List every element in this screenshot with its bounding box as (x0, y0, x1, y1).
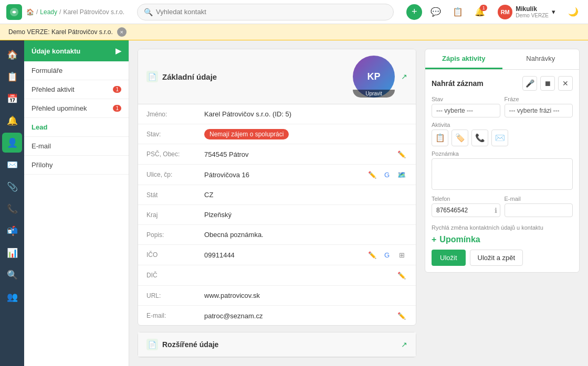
field-label-jmeno: Jméno: (146, 111, 204, 118)
stop-button[interactable]: ⏹ (540, 76, 555, 91)
edit-ico-button[interactable]: ✏️ (366, 249, 378, 261)
section-rozsirene-header: 📄 Rozšířené údaje ↗ (138, 332, 416, 357)
map-ulice-button[interactable]: 🗺️ (396, 169, 407, 180)
record-form-header: Nahrát záznam 🎤 ⏹ ✕ (432, 76, 573, 91)
messages-button[interactable]: 💬 (427, 4, 444, 20)
field-value-url: www.patrovicov.sk (204, 292, 407, 299)
sidebar-item-mail[interactable]: 📬 (2, 221, 22, 241)
external-edit-icon[interactable]: ↗ (401, 72, 407, 81)
left-panel-aktivit-count: 1 (113, 86, 121, 93)
fraze-field: Fráze --- vyberte frázi --- (505, 96, 573, 117)
tab-zapis-aktivity[interactable]: Zápis aktivity (425, 49, 502, 69)
field-label-stat: Stát (146, 191, 204, 199)
telefon-input[interactable] (432, 203, 500, 217)
section-title-text: Rozšířené údaje (162, 340, 218, 349)
left-panel-item-prehled-aktivit[interactable]: Přehled aktivit 1 (24, 80, 129, 99)
save-button[interactable]: Uložit (432, 250, 466, 266)
left-panel-item-label: Přílohy (32, 161, 52, 169)
edit-psc-button[interactable]: ✏️ (396, 148, 407, 160)
sidebar-item-forms[interactable]: 📋 (2, 67, 22, 87)
activity-tag-button[interactable]: 🏷️ (452, 130, 468, 146)
add-button[interactable]: + (406, 4, 422, 20)
section-icon: 📄 (146, 339, 158, 350)
activity-note-button[interactable]: 📋 (432, 130, 448, 146)
activity-phone-button[interactable]: 📞 (471, 130, 488, 146)
aktivita-label: Aktivita (432, 122, 573, 128)
banner-close-button[interactable]: × (117, 27, 127, 37)
sidebar-item-team[interactable]: 👥 (2, 287, 22, 307)
activity-icons: 📋 🏷️ 📞 ✉️ (432, 130, 573, 146)
main-card-title-text: Základní údaje (162, 72, 217, 81)
stav-select[interactable]: --- vyberte --- (432, 104, 500, 117)
edit-dic-button[interactable]: ✏️ (396, 270, 407, 281)
sidebar-item-activity[interactable]: 📅 (2, 89, 22, 109)
ares-ico-button[interactable]: ⊞ (396, 249, 407, 261)
notifications-button[interactable]: 🔔 1 (471, 4, 488, 20)
user-menu[interactable]: RM Mikulík Demo VERZE ▾ (494, 3, 560, 21)
sidebar-item-reminders[interactable]: 🔔 (2, 111, 22, 131)
edit-ulice-button[interactable]: ✏️ (366, 169, 378, 180)
search-icon: 🔍 (144, 8, 153, 16)
field-label-kraj: Kraj (146, 211, 204, 219)
record-form-title-text: Nahrát záznam (432, 79, 484, 88)
field-popis: Popis: Obecná poznámka. (138, 225, 416, 245)
tab-nahravky[interactable]: Nahrávky (502, 49, 580, 69)
breadcrumb-leads[interactable]: Leady (40, 8, 57, 16)
poznamka-label: Poznámka (432, 150, 573, 157)
sidebar-item-home[interactable]: 🏠 (2, 45, 22, 64)
theme-toggle[interactable]: 🌙 (565, 4, 582, 20)
plus-icon: + (432, 235, 436, 244)
activity-email-button[interactable]: ✉️ (491, 130, 508, 146)
email-input[interactable] (505, 203, 573, 217)
save-back-button[interactable]: Uložit a zpět (470, 250, 523, 266)
google-ico-button[interactable]: G (381, 249, 393, 261)
field-value-ulice: Pátrovičova 16 (204, 171, 366, 179)
breadcrumb-current: Karel Pátrovičov s.r.o. (63, 8, 124, 16)
left-panel-item-prehled-upominek[interactable]: Přehled upomínek 1 (24, 99, 129, 118)
left-panel-item-email[interactable]: E-mail (24, 137, 129, 156)
add-reminder-button[interactable]: + Upomínka (432, 235, 573, 244)
left-panel-item-prilohy[interactable]: Přílohy (24, 156, 129, 175)
telefon-input-wrapper: ℹ (432, 203, 500, 217)
stav-label: Stav (432, 96, 500, 102)
edit-email-button[interactable]: ✏️ (396, 310, 407, 321)
search-input[interactable] (156, 8, 387, 16)
telefon-form-label: Telefon (432, 196, 500, 202)
section-external-icon[interactable]: ↗ (401, 340, 407, 349)
sidebar-item-phone[interactable]: 📞 (2, 199, 22, 219)
poznamka-textarea[interactable] (432, 158, 573, 190)
fraze-select[interactable]: --- vyberte frázi --- (505, 104, 573, 117)
form-actions: Uložit Uložit a zpět (432, 250, 573, 266)
field-value-jmeno: Karel Pátrovičov s.r.o. (ID: 5) (204, 110, 407, 118)
aktivita-row: Aktivita 📋 🏷️ 📞 ✉️ (432, 122, 573, 146)
fields-table: Jméno: Karel Pátrovičov s.r.o. (ID: 5) S… (138, 104, 416, 326)
topnav-actions: + 💬 📋 🔔 1 RM Mikulík Demo VERZE ▾ 🌙 (406, 3, 582, 21)
sidebar-item-attachments[interactable]: 📎 (2, 177, 22, 197)
left-panel-item-formulare[interactable]: Formuláře (24, 61, 129, 80)
breadcrumb-sep1: / (36, 8, 38, 16)
topnav: 🏠 / Leady / Karel Pátrovičov s.r.o. 🔍 + … (0, 0, 588, 24)
sidebar-item-email[interactable]: ✉️ (2, 155, 22, 175)
sidebar-item-stats[interactable]: 📊 (2, 243, 22, 263)
breadcrumb-home[interactable]: 🏠 (26, 8, 34, 16)
google-ulice-button[interactable]: G (381, 169, 393, 180)
main-card-header: 📄 Základní údaje KP Upravit ↗ (138, 49, 416, 104)
sidebar-item-lead[interactable]: 👤 (2, 133, 22, 153)
stav-fraze-row: Stav --- vyberte --- Fráze --- vyberte f… (432, 96, 573, 122)
avatar: RM (498, 5, 512, 19)
left-panel-item-label: Přehled aktivit (32, 85, 75, 93)
left-panel-item-lead[interactable]: Lead (24, 118, 129, 137)
close-record-button[interactable]: ✕ (558, 76, 573, 91)
notifications-badge: 1 (480, 5, 487, 11)
field-value-stat: CZ (204, 191, 407, 199)
forms-button[interactable]: 📋 (449, 4, 466, 20)
banner-text: Demo VERZE: Karel Pátrovičov s.r.o. (8, 28, 113, 36)
left-panel-header[interactable]: Údaje kontaktu ▶ (24, 40, 129, 61)
microphone-button[interactable]: 🎤 (522, 76, 537, 91)
field-dic: DIČ ✏️ (138, 265, 416, 286)
avatar-edit-button[interactable]: Upravit (353, 90, 395, 98)
left-panel-item-label: Lead (32, 123, 47, 131)
sidebar-item-search[interactable]: 🔍 (2, 265, 22, 285)
info-icon: ℹ (495, 207, 497, 214)
field-value-email: patroc@seznam.cz (204, 312, 396, 320)
